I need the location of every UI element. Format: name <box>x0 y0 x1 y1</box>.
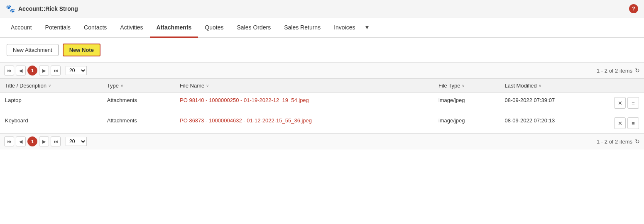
menu-button-1[interactable]: ≡ <box>627 117 639 129</box>
tab-attachments[interactable]: Attachments <box>150 18 198 38</box>
refresh-button-top[interactable]: ↻ <box>635 67 640 74</box>
toolbar: New Attachment New Note <box>0 38 644 63</box>
main-content: Account Potentials Contacts Activities A… <box>0 17 644 224</box>
new-note-button[interactable]: New Note <box>63 44 100 56</box>
first-page-button-bottom[interactable]: ⏮ <box>4 136 14 146</box>
paw-icon: 🐾 <box>6 4 15 13</box>
per-page-select-bottom[interactable]: 20 50 100 <box>66 137 87 146</box>
per-page-select-top[interactable]: 20 50 100 <box>66 66 87 75</box>
sort-type-icon[interactable]: ∨ <box>120 83 123 88</box>
tab-more-dropdown[interactable]: ▾ <box>362 17 372 37</box>
sort-modified-icon[interactable]: ∨ <box>539 83 541 88</box>
next-page-button-bottom[interactable]: ▶ <box>39 136 49 146</box>
cell-modified-1: 08-09-2022 07:20:13 <box>500 113 609 134</box>
table-header-row: Title / Description ∨ Type ∨ File Name ∨ <box>0 79 644 93</box>
app-title: Account::Rick Strong <box>18 5 78 12</box>
tab-contacts[interactable]: Contacts <box>77 18 113 38</box>
tab-sales-orders[interactable]: Sales Orders <box>230 18 278 38</box>
tab-bar: Account Potentials Contacts Activities A… <box>0 17 644 38</box>
top-bar: 🐾 Account::Rick Strong ? <box>0 0 644 17</box>
pagination-controls-top: ⏮ ◀ 1 ▶ ⏭ 20 50 100 <box>4 66 87 75</box>
cell-modified-0: 08-09-2022 07:39:07 <box>500 93 609 113</box>
col-type: Type ∨ <box>102 79 175 93</box>
tab-quotes[interactable]: Quotes <box>198 18 230 38</box>
items-count-bottom: 1 - 2 of 2 items <box>597 139 632 145</box>
prev-page-button-bottom[interactable]: ◀ <box>16 136 26 146</box>
col-filename: File Name ∨ <box>175 79 433 93</box>
prev-page-button-top[interactable]: ◀ <box>16 66 26 75</box>
next-page-button-top[interactable]: ▶ <box>39 66 49 75</box>
delete-button-1[interactable]: ✕ <box>614 117 626 129</box>
per-page-dropdown-top[interactable]: 20 50 100 <box>66 66 87 75</box>
pagination-info-top: 1 - 2 of 2 items ↻ <box>597 67 640 74</box>
table-row: Keyboard Attachments PO 86873 - 10000004… <box>0 113 644 134</box>
cell-title-0: Laptop <box>0 93 102 113</box>
file-link-1[interactable]: PO 86873 - 10000004632 - 01-12-2022-15_5… <box>180 117 312 124</box>
cell-type-1: Attachments <box>102 113 175 134</box>
pagination-bar-top: ⏮ ◀ 1 ▶ ⏭ 20 50 100 1 - 2 of 2 items ↻ <box>0 63 644 78</box>
new-attachment-button[interactable]: New Attachment <box>7 44 59 56</box>
file-link-0[interactable]: PO 98140 - 1000000250 - 01-19-2022-12_19… <box>180 97 309 103</box>
sort-filetype-icon[interactable]: ∨ <box>462 83 465 88</box>
sort-title-icon[interactable]: ∨ <box>48 83 51 88</box>
tab-account[interactable]: Account <box>4 18 39 38</box>
cell-filename-0: PO 98140 - 1000000250 - 01-19-2022-12_19… <box>175 93 433 113</box>
cell-actions-1: ✕ ≡ <box>609 113 644 134</box>
sort-filename-icon[interactable]: ∨ <box>206 83 209 88</box>
attachments-table: Title / Description ∨ Type ∨ File Name ∨ <box>0 78 644 134</box>
last-page-button-top[interactable]: ⏭ <box>51 66 61 75</box>
current-page-bottom[interactable]: 1 <box>27 136 37 146</box>
top-bar-left: 🐾 Account::Rick Strong <box>6 4 78 13</box>
tab-activities[interactable]: Activities <box>113 18 149 38</box>
refresh-button-bottom[interactable]: ↻ <box>635 138 640 145</box>
menu-button-0[interactable]: ≡ <box>627 97 639 109</box>
cell-filetype-0: image/jpeg <box>433 93 500 113</box>
help-button[interactable]: ? <box>629 4 638 13</box>
col-last-modified: Last Modified ∨ <box>500 79 609 93</box>
per-page-dropdown-bottom[interactable]: 20 50 100 <box>66 137 87 146</box>
tab-sales-returns[interactable]: Sales Returns <box>277 18 327 38</box>
tab-potentials[interactable]: Potentials <box>39 18 77 38</box>
cell-title-1: Keyboard <box>0 113 102 134</box>
cell-actions-0: ✕ ≡ <box>609 93 644 113</box>
cell-filename-1: PO 86873 - 10000004632 - 01-12-2022-15_5… <box>175 113 433 134</box>
items-count-top: 1 - 2 of 2 items <box>597 68 632 74</box>
table-row: Laptop Attachments PO 98140 - 1000000250… <box>0 93 644 113</box>
current-page-top[interactable]: 1 <box>27 66 37 75</box>
first-page-button-top[interactable]: ⏮ <box>4 66 14 75</box>
col-actions <box>609 79 644 93</box>
cell-filetype-1: image/jpeg <box>433 113 500 134</box>
tab-invoices[interactable]: Invoices <box>327 18 362 38</box>
col-title: Title / Description ∨ <box>0 79 102 93</box>
pagination-bar-bottom: ⏮ ◀ 1 ▶ ⏭ 20 50 100 1 - 2 of 2 items ↻ <box>0 134 644 149</box>
delete-button-0[interactable]: ✕ <box>614 97 626 109</box>
pagination-info-bottom: 1 - 2 of 2 items ↻ <box>597 138 640 145</box>
cell-type-0: Attachments <box>102 93 175 113</box>
col-filetype: File Type ∨ <box>433 79 500 93</box>
pagination-controls-bottom: ⏮ ◀ 1 ▶ ⏭ 20 50 100 <box>4 136 87 146</box>
last-page-button-bottom[interactable]: ⏭ <box>51 136 61 146</box>
